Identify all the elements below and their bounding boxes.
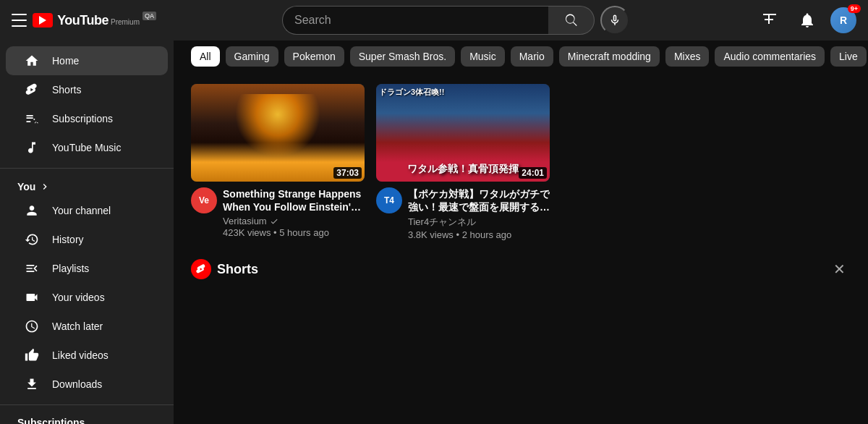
shorts-section-title: Shorts <box>217 262 258 277</box>
music-icon <box>23 139 41 156</box>
your-videos-icon <box>23 289 41 306</box>
channel-name-2[interactable]: Tier4チャンネル <box>408 216 550 229</box>
you-label: You <box>17 181 35 192</box>
verified-icon-1 <box>269 216 279 226</box>
video-thumb-2: ドラゴン3体召喚!! ワタル参戦！真骨頂発揮 24:01 <box>376 84 550 182</box>
sidebar-item-watch-later[interactable]: Watch later <box>6 312 168 341</box>
video-grid: 37:03 Ve Something Strange Happens When … <box>174 72 868 252</box>
search-area <box>168 6 744 35</box>
sidebar-item-shorts[interactable]: Shorts <box>6 75 168 104</box>
sidebar-item-your-channel[interactable]: Your channel <box>6 196 168 225</box>
history-label: History <box>52 234 84 245</box>
premium-label: Premium <box>111 18 140 26</box>
sidebar-item-your-videos[interactable]: Your videos <box>6 283 168 312</box>
search-input[interactable] <box>294 14 537 27</box>
your-channel-label: Your channel <box>52 205 111 216</box>
liked-videos-label: Liked videos <box>52 349 109 361</box>
person-icon <box>23 202 41 219</box>
sidebar-item-playlists[interactable]: Playlists <box>6 254 168 283</box>
shorts-section: Shorts ✕ <box>174 252 868 301</box>
sidebar-shorts-label: Shorts <box>52 84 81 96</box>
search-icon <box>564 13 579 27</box>
youtube-logo: YouTube Premium QA <box>33 13 156 28</box>
channel-avatar-2[interactable]: T4 <box>376 187 402 213</box>
video-meta-2: 3.8K views • 2 hours ago <box>408 229 550 240</box>
history-icon <box>23 231 41 248</box>
yt-play-icon <box>33 13 53 27</box>
sidebar-divider-2 <box>0 404 174 405</box>
watch-later-label: Watch later <box>52 321 103 332</box>
video-info-2: T4 【ポケカ対戦】ワタルがガチで強い！最速で盤面を展開するシンプルなドラバル…… <box>376 187 550 240</box>
filter-bar: All Gaming Pokemon Super Smash Bros. Mus… <box>174 41 868 72</box>
avatar-wrap[interactable]: R 9+ <box>830 7 856 33</box>
filter-chip-live[interactable]: Live <box>830 46 867 67</box>
video-duration-1: 37:03 <box>333 167 362 179</box>
watch-later-icon <box>23 318 41 335</box>
sidebar-music-label: YouTube Music <box>52 142 121 153</box>
video-title-1: Something Strange Happens When You Follo… <box>223 187 365 213</box>
sidebar-item-subscriptions[interactable]: Subscriptions <box>6 104 168 133</box>
topbar-left: YouTube Premium QA <box>12 12 156 29</box>
downloads-label: Downloads <box>52 378 102 390</box>
downloads-icon <box>23 376 41 393</box>
home-icon <box>23 52 41 69</box>
shorts-header: Shorts ✕ <box>191 258 851 281</box>
sidebar-item-youtube-music[interactable]: YouTube Music <box>6 133 168 162</box>
filter-chip-minecraft[interactable]: Minecraft modding <box>559 46 660 67</box>
video-thumb-1: 37:03 <box>191 84 365 182</box>
filter-chip-gaming[interactable]: Gaming <box>226 46 278 67</box>
you-section: You <box>0 174 174 196</box>
bell-icon <box>799 12 816 29</box>
video-meta-1: 423K views • 5 hours ago <box>223 227 365 238</box>
qa-badge: QA <box>142 12 156 20</box>
playlists-icon <box>23 260 41 277</box>
logo-area[interactable]: YouTube Premium QA <box>33 13 156 28</box>
sidebar-item-liked-videos[interactable]: Liked videos <box>6 341 168 370</box>
upload-button[interactable] <box>755 6 784 35</box>
filter-chip-all[interactable]: All <box>191 46 220 67</box>
video-details-2: 【ポケカ対戦】ワタルがガチで強い！最速で盤面を展開するシンプルなドラバル… Ti… <box>408 187 550 240</box>
video-card-1[interactable]: 37:03 Ve Something Strange Happens When … <box>191 84 365 240</box>
playlists-label: Playlists <box>52 263 89 274</box>
you-section-title[interactable]: You <box>17 180 156 193</box>
filter-chip-mario[interactable]: Mario <box>511 46 553 67</box>
filter-chip-audio[interactable]: Audio commentaries <box>715 46 825 67</box>
shorts-nav-icon <box>23 81 41 98</box>
topbar: YouTube Premium QA <box>0 0 868 41</box>
filter-chip-mixes[interactable]: Mixes <box>665 46 710 67</box>
search-input-wrap <box>282 6 548 35</box>
video-card-2[interactable]: ドラゴン3体召喚!! ワタル参戦！真骨頂発揮 24:01 T4 【ポケカ対戦】ワ… <box>376 84 550 240</box>
upload-icon <box>761 12 778 29</box>
menu-button[interactable] <box>12 12 27 29</box>
subscriptions-section: Subscriptions <box>0 411 174 424</box>
logo-text: YouTube <box>57 13 109 28</box>
search-button[interactable] <box>548 6 595 35</box>
channel-avatar-1[interactable]: Ve <box>191 187 217 213</box>
video-duration-2: 24:01 <box>519 167 547 179</box>
shorts-close-button[interactable]: ✕ <box>827 258 851 281</box>
search-bar <box>282 6 629 35</box>
video-info-1: Ve Something Strange Happens When You Fo… <box>191 187 365 238</box>
sidebar-subscriptions-label: Subscriptions <box>52 113 113 124</box>
sidebar-item-history[interactable]: History <box>6 225 168 254</box>
sidebar-divider-1 <box>0 168 174 169</box>
sidebar-item-home[interactable]: Home <box>6 46 168 75</box>
filter-chip-pokemon[interactable]: Pokemon <box>284 46 344 67</box>
chevron-right-icon <box>38 180 51 193</box>
thumb-text-jp-1: ドラゴン3体召喚!! <box>379 87 444 97</box>
your-videos-label: Your videos <box>52 292 105 303</box>
filter-chip-music[interactable]: Music <box>461 46 505 67</box>
filter-chip-smash[interactable]: Super Smash Bros. <box>350 46 455 67</box>
channel-name-1[interactable]: Veritasium <box>223 216 365 226</box>
main-layout: Home Shorts Subscriptions YouTube Music … <box>0 41 868 424</box>
content-area: All Gaming Pokemon Super Smash Bros. Mus… <box>174 41 868 424</box>
sidebar-item-downloads[interactable]: Downloads <box>6 370 168 399</box>
video-title-2: 【ポケカ対戦】ワタルがガチで強い！最速で盤面を展開するシンプルなドラバル… <box>408 187 550 213</box>
video-details-1: Something Strange Happens When You Follo… <box>223 187 365 238</box>
sidebar: Home Shorts Subscriptions YouTube Music … <box>0 41 174 424</box>
notification-badge: 9+ <box>848 4 861 13</box>
sidebar-home-label: Home <box>52 55 79 67</box>
mic-button[interactable] <box>600 6 629 35</box>
notifications-button[interactable] <box>793 6 822 35</box>
subscriptions-section-title: Subscriptions <box>17 417 156 424</box>
